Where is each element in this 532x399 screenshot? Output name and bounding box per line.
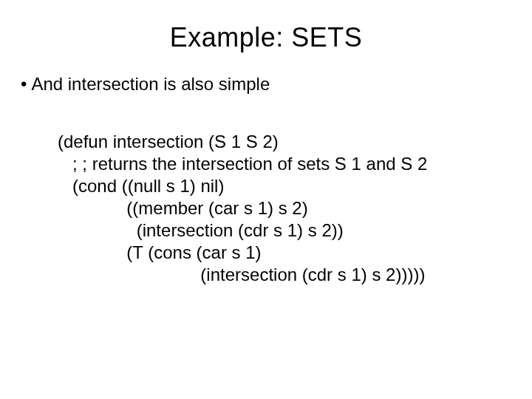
code-line: (intersection (cdr s 1) s 2)) (58, 220, 344, 240)
code-line: ; ; returns the intersection of sets S 1… (58, 154, 427, 174)
bullet-dot-icon: • (21, 74, 27, 95)
code-line: (intersection (cdr s 1) s 2))))) (58, 265, 425, 284)
bullet-item: • And intersection is also simple (21, 74, 505, 95)
code-line: (cond ((null s 1) nil) (58, 176, 224, 196)
code-line: ((member (car s 1) s 2) (58, 198, 308, 218)
code-block: (defun intersection (S 1 S 2) ; ; return… (58, 131, 505, 286)
slide-title: Example: SETS (27, 22, 505, 53)
slide: Example: SETS • And intersection is also… (0, 0, 532, 399)
code-line: (defun intersection (S 1 S 2) (58, 132, 279, 151)
bullet-text: And intersection is also simple (31, 74, 270, 95)
code-line: (T (cons (car s 1) (58, 242, 262, 262)
